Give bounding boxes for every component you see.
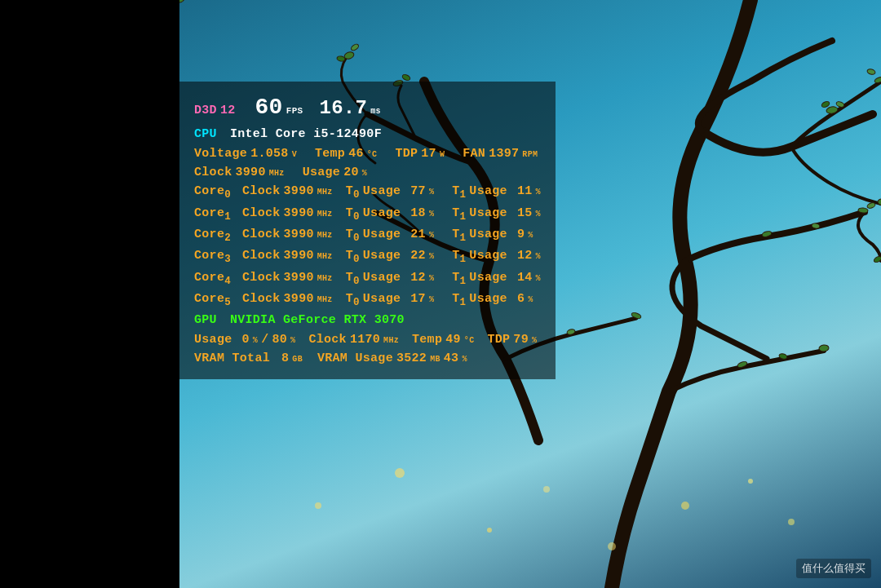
temp-value: 46 bbox=[348, 144, 364, 163]
core-5-label: Core5 bbox=[194, 290, 231, 311]
voltage-unit: V bbox=[292, 148, 297, 161]
fps-value: 60 bbox=[255, 90, 283, 125]
gpu-temp: 49 bbox=[445, 330, 461, 349]
svg-point-24 bbox=[681, 502, 689, 510]
core-5-line: Core5 Clock 3990 MHz T0 Usage 17 % T1 Us… bbox=[194, 290, 541, 311]
svg-point-2 bbox=[350, 43, 360, 52]
usage-unit: % bbox=[362, 167, 367, 180]
core-4-line: Core4 Clock 3990 MHz T0 Usage 12 % T1 Us… bbox=[194, 268, 541, 290]
fan-value: 1397 bbox=[489, 144, 519, 163]
svg-point-12 bbox=[821, 100, 830, 108]
gpu-usage2: 80 bbox=[272, 330, 287, 349]
svg-point-19 bbox=[819, 344, 830, 351]
gpu-tdp: 79 bbox=[513, 330, 529, 349]
ms-unit: ms bbox=[370, 105, 381, 118]
core-0-label: Core0 bbox=[194, 182, 231, 203]
gpu-usage-label: Usage bbox=[194, 330, 232, 349]
vram-total-value: 8 bbox=[281, 349, 289, 368]
svg-point-29 bbox=[748, 479, 753, 484]
clock-unit: MHz bbox=[269, 167, 285, 180]
cpu-name: Intel Core i5-12490F bbox=[230, 125, 382, 144]
d3d-label: D3D bbox=[194, 101, 217, 120]
voltage-label: Voltage bbox=[194, 144, 247, 163]
svg-point-26 bbox=[487, 528, 492, 533]
hud-panel: D3D 12 60 FPS 16.7 ms CPU Intel Core i5-… bbox=[179, 82, 556, 379]
svg-point-7 bbox=[866, 69, 875, 75]
cpu-clock-line: Clock 3990 MHz Usage 20 % bbox=[194, 163, 541, 182]
temp-label: Temp bbox=[315, 144, 345, 163]
fan-label: FAN bbox=[463, 144, 485, 163]
voltage-value: 1.058 bbox=[250, 144, 289, 163]
core-4-label: Core4 bbox=[194, 268, 231, 290]
svg-point-25 bbox=[788, 519, 795, 525]
svg-point-14 bbox=[866, 201, 875, 209]
voltage-line: Voltage 1.058 V Temp 46 °C TDP 17 W FAN … bbox=[194, 144, 541, 163]
svg-point-6 bbox=[874, 76, 881, 84]
core-1-label: Core1 bbox=[194, 204, 231, 225]
svg-point-8 bbox=[877, 198, 881, 206]
core-1-line: Core1 Clock 3990 MHz T0 Usage 18 % T1 Us… bbox=[194, 204, 541, 225]
usage-label: Usage bbox=[303, 163, 341, 182]
fan-unit: RPM bbox=[522, 148, 538, 161]
gpu-usage1: 0 bbox=[242, 330, 250, 349]
svg-point-9 bbox=[873, 255, 881, 263]
svg-point-4 bbox=[401, 73, 411, 82]
d3d-version: 12 bbox=[220, 101, 236, 120]
gpu-name-line: GPU NVIDIA GeForce RTX 3070 bbox=[194, 311, 541, 329]
usage-value: 20 bbox=[343, 163, 359, 182]
ms-value: 16.7 bbox=[319, 93, 367, 123]
svg-point-27 bbox=[608, 542, 616, 550]
tdp-label: TDP bbox=[395, 144, 418, 163]
core-2-label: Core2 bbox=[194, 225, 231, 246]
fps-line: D3D 12 60 FPS 16.7 ms bbox=[194, 90, 541, 125]
vram-usage-pct: 43 bbox=[444, 349, 459, 368]
cpu-label: CPU bbox=[194, 125, 217, 144]
temp-unit: °C bbox=[367, 148, 378, 161]
gpu-name: NVIDIA GeForce RTX 3070 bbox=[230, 311, 405, 329]
vram-usage-value: 3522 bbox=[396, 349, 427, 368]
svg-point-23 bbox=[543, 486, 550, 493]
core-3-line: Core3 Clock 3990 MHz T0 Usage 22 % T1 Us… bbox=[194, 246, 541, 267]
gpu-clock: 1170 bbox=[350, 330, 380, 349]
svg-point-5 bbox=[179, 0, 184, 2]
tdp-value: 17 bbox=[421, 144, 436, 163]
watermark: 值什么值得买 bbox=[796, 559, 871, 578]
svg-point-28 bbox=[315, 502, 321, 509]
clock-label: Clock bbox=[194, 163, 232, 182]
vram-line: VRAM Total 8 GB VRAM Usage 3522 MB 43 % bbox=[194, 349, 541, 368]
svg-point-22 bbox=[395, 468, 405, 478]
core-2-line: Core2 Clock 3990 MHz T0 Usage 21 % T1 Us… bbox=[194, 225, 541, 246]
fps-unit: FPS bbox=[286, 104, 303, 118]
svg-point-11 bbox=[835, 100, 844, 108]
core-rows: Core0 Clock 3990 MHz T0 Usage 77 % T1 Us… bbox=[194, 182, 541, 311]
clock-value: 3990 bbox=[236, 163, 266, 182]
core-0-line: Core0 Clock 3990 MHz T0 Usage 77 % T1 Us… bbox=[194, 182, 541, 203]
cpu-name-line: CPU Intel Core i5-12490F bbox=[194, 125, 541, 144]
gpu-label: GPU bbox=[194, 311, 217, 329]
core-3-label: Core3 bbox=[194, 246, 231, 267]
gpu-stats-line: Usage 0 % / 80 % Clock 1170 MHz Temp 49 … bbox=[194, 330, 541, 349]
tdp-unit: W bbox=[440, 148, 445, 161]
